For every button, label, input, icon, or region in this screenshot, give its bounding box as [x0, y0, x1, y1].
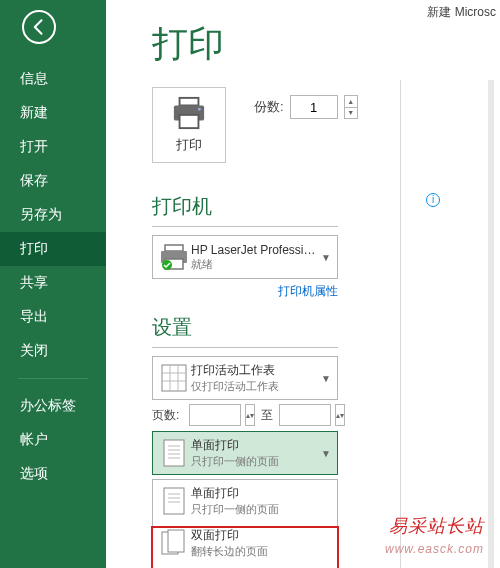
chevron-down-icon: ▼ — [321, 448, 333, 459]
pages-label: 页数: — [152, 407, 185, 424]
page-title: 打印 — [152, 20, 500, 69]
sidebar-divider — [18, 378, 88, 379]
sidebar: 信息 新建 打开 保存 另存为 打印 共享 导出 关闭 办公标签 帐户 选项 — [0, 0, 106, 568]
spinner-icon[interactable]: ▴▾ — [335, 404, 345, 426]
option-title: 单面打印 — [191, 485, 333, 502]
printer-section-title: 打印机 — [152, 193, 500, 220]
svg-rect-8 — [162, 365, 186, 391]
sidebar-item-account[interactable]: 帐户 — [0, 423, 106, 457]
main-panel: 打印 打印 份数: ▲ ▼ i 打印机 — [106, 0, 500, 568]
spinner-down-icon[interactable]: ▼ — [345, 108, 357, 119]
duplex-sub: 只打印一侧的页面 — [191, 454, 321, 469]
svg-rect-23 — [168, 530, 184, 552]
printer-icon — [170, 96, 208, 130]
duplex-title: 单面打印 — [191, 437, 321, 454]
sidebar-item-options[interactable]: 选项 — [0, 457, 106, 491]
document-name: 新建 Microsc — [427, 4, 496, 21]
divider — [152, 347, 338, 348]
printer-status: 就绪 — [191, 257, 321, 272]
print-button[interactable]: 打印 — [152, 87, 226, 163]
preview-divider — [400, 80, 401, 568]
option-title: 双面打印 — [191, 527, 333, 544]
sidebar-item-close[interactable]: 关闭 — [0, 334, 106, 368]
sidebar-item-new[interactable]: 新建 — [0, 96, 106, 130]
worksheet-icon — [157, 361, 191, 395]
back-button[interactable] — [22, 10, 56, 44]
svg-rect-0 — [180, 98, 199, 106]
option-sub: 只打印一侧的页面 — [191, 502, 333, 517]
svg-rect-18 — [164, 488, 184, 514]
svg-rect-2 — [180, 115, 199, 128]
printer-dropdown[interactable]: HP LaserJet Profession... 就绪 ▼ — [152, 235, 338, 279]
duplex-dropdown[interactable]: 单面打印 只打印一侧的页面 ▼ — [152, 431, 338, 475]
to-label: 至 — [259, 407, 275, 424]
copies-label: 份数: — [254, 98, 284, 116]
info-icon[interactable]: i — [426, 193, 440, 207]
printer-properties-link[interactable]: 打印机属性 — [152, 283, 338, 300]
page-to-input[interactable] — [279, 404, 331, 426]
back-arrow-icon — [29, 17, 49, 37]
sidebar-item-saveas[interactable]: 另存为 — [0, 198, 106, 232]
divider — [152, 226, 338, 227]
duplex-option-list: 单面打印 只打印一侧的页面 双面打印 翻转长边的页面 双面打印 翻转短边的页面 — [152, 479, 338, 568]
sidebar-item-save[interactable]: 保存 — [0, 164, 106, 198]
print-what-sub: 仅打印活动工作表 — [191, 379, 321, 394]
printer-status-icon — [157, 240, 191, 274]
print-button-label: 打印 — [176, 136, 202, 154]
page-duplex-long-icon — [157, 526, 191, 560]
chevron-down-icon: ▼ — [321, 252, 333, 263]
svg-point-3 — [198, 108, 201, 111]
sidebar-item-share[interactable]: 共享 — [0, 266, 106, 300]
duplex-option-long[interactable]: 双面打印 翻转长边的页面 — [153, 522, 337, 564]
print-what-title: 打印活动工作表 — [191, 362, 321, 379]
pages-row: 页数: ▴▾ 至 ▴▾ — [152, 404, 500, 426]
copies-spinner[interactable]: ▲ ▼ — [344, 95, 358, 119]
spinner-up-icon[interactable]: ▲ — [345, 96, 357, 108]
copies-row: 份数: ▲ ▼ — [254, 95, 358, 119]
sidebar-item-export[interactable]: 导出 — [0, 300, 106, 334]
copies-input[interactable] — [290, 95, 338, 119]
sidebar-item-print[interactable]: 打印 — [0, 232, 106, 266]
spinner-icon[interactable]: ▴▾ — [245, 404, 255, 426]
print-what-dropdown[interactable]: 打印活动工作表 仅打印活动工作表 ▼ — [152, 356, 338, 400]
sidebar-item-tag[interactable]: 办公标签 — [0, 389, 106, 423]
printer-name: HP LaserJet Profession... — [191, 243, 321, 257]
sidebar-item-info[interactable]: 信息 — [0, 62, 106, 96]
scrollbar[interactable] — [488, 80, 494, 568]
sidebar-item-open[interactable]: 打开 — [0, 130, 106, 164]
duplex-option-single[interactable]: 单面打印 只打印一侧的页面 — [153, 480, 337, 522]
chevron-down-icon: ▼ — [321, 373, 333, 384]
settings-section-title: 设置 — [152, 314, 500, 341]
svg-rect-13 — [164, 440, 184, 466]
page-from-input[interactable] — [189, 404, 241, 426]
svg-rect-4 — [165, 245, 183, 251]
option-sub: 翻转长边的页面 — [191, 544, 333, 559]
page-single-icon — [157, 436, 191, 470]
duplex-option-short[interactable]: 双面打印 翻转短边的页面 — [153, 564, 337, 568]
page-single-icon — [157, 484, 191, 518]
